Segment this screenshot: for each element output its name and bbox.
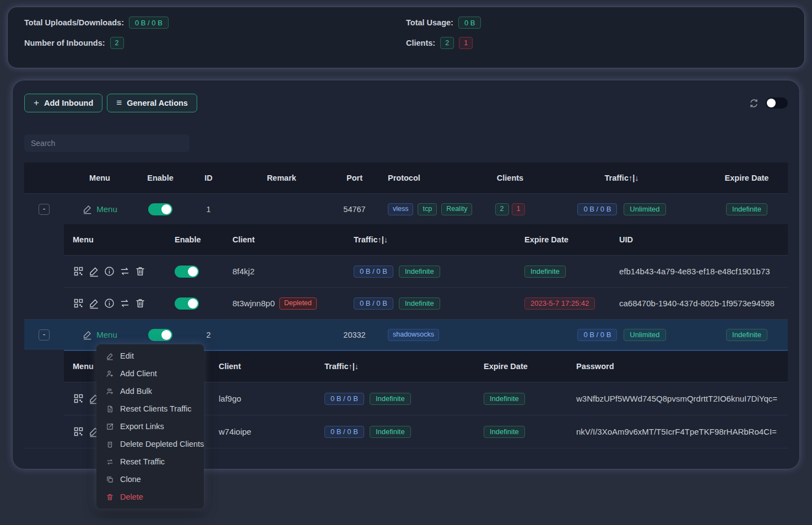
row-menu-link[interactable]: Menu [82, 204, 117, 214]
menu-item-reset-clients-traffic[interactable]: Reset Clients Traffic [96, 400, 204, 418]
inbound-row-1[interactable]: - Menu 1 54767 vless tcp Reality 2 1 0 B… [24, 193, 788, 224]
inbound-enable-toggle[interactable] [148, 329, 172, 341]
collapse-row-button[interactable]: - [39, 329, 50, 340]
stat-clients-label: Clients: [406, 39, 435, 47]
stat-total-usage-value: 0 B [458, 17, 481, 29]
menu-item-reset-traffic[interactable]: Reset Traffic [96, 453, 204, 470]
stat-uploads-downloads: Total Uploads/Downloads: 0 B / 0 B [24, 17, 406, 29]
protocol-tag: vless [388, 203, 413, 215]
menu-item-add-client[interactable]: Add Client [96, 365, 204, 382]
clients-table-inbound-1: Menu Enable Client Traffic↑|↓ Expire Dat… [64, 224, 788, 319]
row-menu-link[interactable]: Menu [82, 329, 117, 340]
inbound-port: 20332 [331, 331, 378, 339]
header-traffic-sort[interactable]: Traffic↑|↓ [538, 174, 706, 182]
inbound-id: 2 [185, 331, 232, 339]
header-remark: Remark [232, 174, 331, 182]
header-enable: Enable [136, 174, 185, 182]
client-enable-toggle[interactable] [175, 266, 199, 278]
client-uid: efb14b43-4a79-4e83-ef18-e48cf1901b73 [610, 267, 788, 276]
menu-item-label: Delete Depleted Clients [120, 440, 204, 448]
stat-inbounds-count: Number of Inbounds: 2 [24, 37, 406, 49]
trash-icon [106, 493, 114, 501]
inbound-context-menu: Edit Add Client Add Bulk Reset Clients T… [96, 344, 204, 508]
user-add-icon [106, 370, 114, 378]
panel-toggle-switch[interactable] [766, 98, 788, 109]
info-circle-icon[interactable] [104, 266, 115, 277]
add-inbound-label: Add Inbound [44, 99, 93, 107]
menu-item-edit[interactable]: Edit [96, 347, 204, 365]
row-menu-label: Menu [96, 330, 117, 339]
traffic-limit-badge: Indefinite [370, 426, 411, 438]
client-enable-toggle[interactable] [175, 297, 199, 310]
header-uid: UID [610, 235, 788, 244]
sync-icon [106, 458, 114, 466]
info-circle-icon[interactable] [104, 297, 115, 309]
stat-clients-depleted-badge: 1 [459, 37, 473, 49]
edit-pencil-icon[interactable] [88, 266, 100, 277]
header-enable: Enable [166, 235, 224, 244]
client-row[interactable]: 8t3wjnn8p0 Depleted 0 B / 0 B Indefinite… [64, 287, 788, 319]
header-traffic-sort[interactable]: Traffic↑|↓ [316, 362, 475, 371]
qrcode-icon[interactable] [73, 426, 84, 437]
header-clients: Clients [483, 174, 538, 182]
qrcode-icon[interactable] [73, 297, 84, 309]
trash-icon[interactable] [134, 297, 146, 309]
menu-item-label: Export Links [120, 422, 164, 431]
traffic-limit-badge: Indefinite [399, 297, 440, 310]
inbound-enable-toggle[interactable] [148, 203, 172, 215]
hamburger-icon: ≡ [116, 98, 122, 109]
traffic-limit-badge: Unlimited [624, 203, 665, 215]
toggle-knob [767, 99, 776, 107]
traffic-badge: 0 B / 0 B [354, 266, 393, 278]
menu-item-clone[interactable]: Clone [96, 470, 204, 488]
general-actions-button[interactable]: ≡ General Actions [107, 94, 197, 112]
client-name: 8t3wjnn8p0 [232, 299, 275, 308]
header-traffic-sort[interactable]: Traffic↑|↓ [345, 235, 516, 244]
menu-item-label: Add Client [120, 369, 157, 378]
client-name: 8f4kj2 [224, 267, 345, 276]
expire-badge: Indefinite [726, 203, 767, 215]
qrcode-icon[interactable] [73, 266, 84, 277]
menu-item-delete-depleted-clients[interactable]: Delete Depleted Clients [96, 435, 204, 453]
menu-item-label: Reset Traffic [120, 457, 165, 466]
traffic-badge: 0 B / 0 B [354, 297, 393, 310]
collapse-row-button[interactable]: - [39, 204, 50, 215]
expire-badge: Indefinite [524, 266, 566, 278]
inbound-id: 1 [185, 205, 232, 214]
header-menu: Menu [64, 174, 136, 182]
reset-traffic-icon[interactable] [119, 297, 131, 309]
copy-icon [106, 475, 114, 484]
trash-icon[interactable] [134, 266, 146, 277]
bin-icon [106, 440, 114, 448]
menu-item-delete[interactable]: Delete [96, 488, 204, 506]
edit-pencil-icon [106, 352, 114, 360]
client-row[interactable]: 8f4kj2 0 B / 0 B Indefinite Indefinite e… [64, 255, 788, 287]
network-tag: tcp [418, 203, 437, 215]
edit-pencil-icon[interactable] [88, 297, 100, 309]
file-reset-icon [106, 405, 114, 413]
client-password: w3NfbzUPf5WWd745Q8pvsmQrdrttT2IO6knuI7Di… [567, 394, 788, 403]
qrcode-icon[interactable] [73, 393, 84, 404]
header-protocol: Protocol [378, 174, 483, 182]
menu-item-label: Add Bulk [120, 387, 152, 396]
add-inbound-button[interactable]: + Add Inbound [24, 94, 102, 112]
protocol-tag: shadowsocks [388, 329, 439, 341]
stat-inbounds-label: Number of Inbounds: [24, 39, 105, 47]
clients-depleted-badge: 1 [512, 203, 526, 215]
header-menu: Menu [64, 235, 166, 244]
client-password: nkV/I/3XoAm9v6xMT/T5IcrF4TpeTKF98rHARbRo… [567, 427, 788, 436]
menu-item-add-bulk[interactable]: Add Bulk [96, 382, 204, 400]
client-uid: ca68470b-1940-437d-802b-1f9573e94598 [610, 299, 788, 308]
depleted-badge: Depleted [279, 297, 317, 310]
header-client: Client [224, 235, 345, 244]
usergroup-add-icon [106, 387, 114, 396]
client-name: w74ioipe [210, 427, 316, 436]
reset-traffic-icon[interactable] [119, 266, 131, 277]
clients-active-badge: 2 [495, 203, 509, 215]
refresh-icon[interactable] [749, 98, 759, 109]
security-tag: Reality [441, 203, 472, 215]
expire-badge: Indefinite [726, 329, 767, 341]
menu-item-export-links[interactable]: Export Links [96, 418, 204, 435]
stat-clients: Clients: 2 1 [406, 37, 788, 49]
search-input[interactable] [24, 134, 190, 152]
